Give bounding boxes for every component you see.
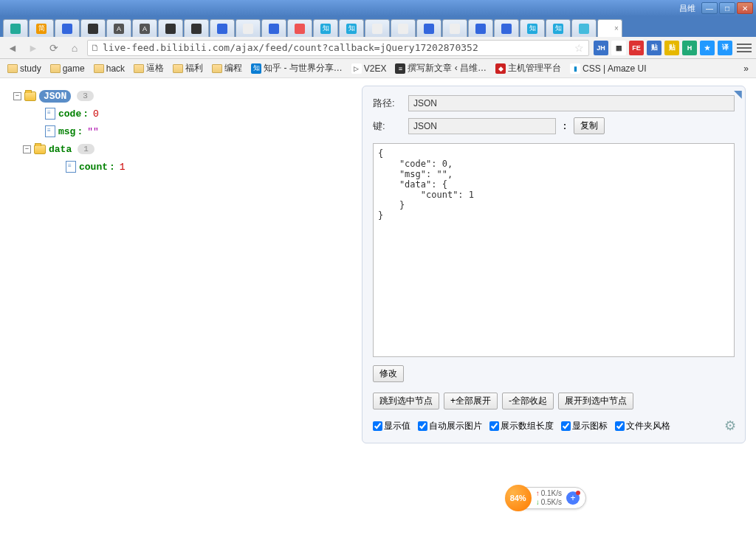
address-bar[interactable]: 🗋 ☆	[87, 40, 589, 56]
json-textarea[interactable]	[373, 143, 735, 357]
plus-icon[interactable]: +	[566, 491, 580, 505]
opt-show-icon[interactable]: 显示图标	[561, 420, 608, 432]
detail-panel: ◥ 路径: 键: : 复制 修改 跳到选中节点 +全部展开 -全部收起 展开到选…	[362, 86, 746, 443]
path-input[interactable]	[408, 95, 735, 111]
browser-tab[interactable]	[80, 19, 106, 37]
panel-collapse-icon[interactable]: ◥	[734, 88, 742, 100]
bookmark-item[interactable]: 逼格	[131, 61, 167, 76]
browser-tab[interactable]: ×	[597, 19, 622, 37]
bookmark-item[interactable]: game	[47, 62, 88, 75]
tree-node-data[interactable]: − data 1	[13, 140, 126, 158]
extension-icon[interactable]: FE	[629, 41, 644, 55]
collapse-icon[interactable]: −	[23, 145, 31, 153]
extension-icon[interactable]: ★	[700, 41, 715, 55]
browser-tab[interactable]: 知	[339, 19, 364, 37]
tree-node-root[interactable]: − JSON 3	[13, 87, 126, 105]
favicon-icon	[579, 24, 589, 34]
browser-tab[interactable]	[287, 19, 312, 37]
reload-button[interactable]: ⟳	[46, 40, 62, 56]
back-button[interactable]: ◄	[4, 40, 21, 56]
extension-icon[interactable]: 译	[718, 41, 732, 55]
browser-tab[interactable]	[158, 19, 183, 37]
favicon-icon	[601, 24, 611, 34]
bookmark-star-icon[interactable]: ☆	[573, 42, 585, 54]
browser-tab[interactable]: A	[106, 19, 131, 37]
close-button[interactable]: ✕	[737, 2, 753, 14]
key-input[interactable]	[408, 118, 556, 134]
favicon-icon	[424, 24, 434, 34]
browser-tab[interactable]	[184, 19, 209, 37]
bookmark-overflow-icon[interactable]: »	[740, 62, 752, 75]
collapse-all-button[interactable]: -全部收起	[502, 393, 554, 410]
bookmark-label: game	[63, 63, 85, 74]
bookmark-item[interactable]: ▮CSS | Amaze UI	[567, 62, 649, 75]
download-rate: 0.5K/s	[536, 498, 562, 507]
url-input[interactable]	[103, 42, 573, 53]
browser-tab[interactable]	[442, 19, 467, 37]
copy-button[interactable]: 复制	[574, 117, 605, 134]
folder-icon	[134, 64, 144, 73]
bookmark-item[interactable]: hack	[91, 62, 128, 75]
modify-button[interactable]: 修改	[373, 365, 404, 382]
home-button[interactable]: ⌂	[66, 40, 83, 56]
browser-tab[interactable]: 知	[520, 19, 545, 37]
options-row: 显示值 自动展示图片 展示数组长度 显示图标 文件夹风格	[373, 420, 735, 432]
tree-node-count[interactable]: count : 1	[13, 158, 126, 176]
bookmark-item[interactable]: ▷V2EX	[348, 62, 390, 75]
browser-tab[interactable]: 知	[546, 19, 571, 37]
maximize-button[interactable]: □	[719, 2, 735, 14]
window-title: 昌维	[679, 3, 695, 14]
network-speed-widget[interactable]: 84% 0.1K/s 0.5K/s +	[506, 487, 586, 509]
browser-tab[interactable]: 知	[313, 19, 338, 37]
settings-gear-icon[interactable]: ⚙	[724, 418, 736, 434]
opt-show-value[interactable]: 显示值	[373, 420, 410, 432]
rates: 0.1K/s 0.5K/s	[536, 489, 562, 507]
favicon-icon	[501, 24, 512, 34]
browser-tab[interactable]	[236, 19, 261, 37]
bookmark-label: 福利	[185, 62, 203, 75]
opt-array-length[interactable]: 展示数组长度	[489, 420, 554, 432]
expand-all-button[interactable]: +全部展开	[444, 393, 498, 410]
browser-tab[interactable]	[365, 19, 390, 37]
extension-icon[interactable]: 贴	[664, 41, 679, 55]
tab-close-icon[interactable]: ×	[614, 24, 619, 32]
bookmark-item[interactable]: study	[4, 62, 44, 75]
browser-tab[interactable]	[261, 19, 286, 37]
browser-tab[interactable]	[55, 19, 80, 37]
browser-tab[interactable]: 简	[29, 19, 54, 37]
forward-button[interactable]: ►	[25, 40, 41, 56]
expand-to-selected-button[interactable]: 展开到选中节点	[558, 393, 633, 410]
bookmark-favicon-icon: 知	[251, 63, 261, 74]
bookmark-favicon-icon: ▷	[351, 63, 362, 74]
browser-tab[interactable]	[571, 19, 597, 37]
tree-node-code[interactable]: code : 0	[13, 105, 126, 122]
menu-button[interactable]	[737, 41, 752, 55]
browser-tab[interactable]	[210, 19, 235, 37]
browser-tab[interactable]	[468, 19, 493, 37]
bookmark-item[interactable]: 知知乎 - 与世界分享…	[248, 61, 346, 76]
extension-icon[interactable]: JH	[594, 41, 608, 55]
node-name[interactable]: JSON	[39, 90, 71, 103]
colon: :	[83, 108, 89, 120]
extension-icon[interactable]: ▦	[611, 41, 626, 55]
bookmark-label: 主机管理平台	[508, 62, 561, 75]
goto-selected-button[interactable]: 跳到选中节点	[373, 393, 439, 410]
bookmark-item[interactable]: 编程	[209, 61, 245, 76]
minimize-button[interactable]: —	[701, 2, 718, 14]
browser-tab[interactable]	[416, 19, 441, 37]
page-icon: 🗋	[91, 43, 100, 53]
bookmark-item[interactable]: 福利	[170, 61, 206, 76]
browser-tab[interactable]	[494, 19, 519, 37]
path-label: 路径:	[373, 97, 402, 110]
opt-folder-style[interactable]: 文件夹风格	[615, 420, 670, 432]
extension-icon[interactable]: 贴	[647, 41, 662, 55]
tree-node-msg[interactable]: msg : ""	[13, 122, 126, 140]
opt-auto-image[interactable]: 自动展示图片	[418, 420, 482, 432]
browser-tab[interactable]	[3, 19, 28, 37]
browser-tab[interactable]	[391, 19, 416, 37]
collapse-icon[interactable]: −	[13, 92, 21, 100]
bookmark-item[interactable]: ≡撰写新文章 ‹ 昌维…	[392, 61, 489, 76]
extension-icon[interactable]: H	[682, 41, 697, 55]
browser-tab[interactable]: A	[132, 19, 157, 37]
bookmark-item[interactable]: ◆主机管理平台	[492, 61, 564, 76]
